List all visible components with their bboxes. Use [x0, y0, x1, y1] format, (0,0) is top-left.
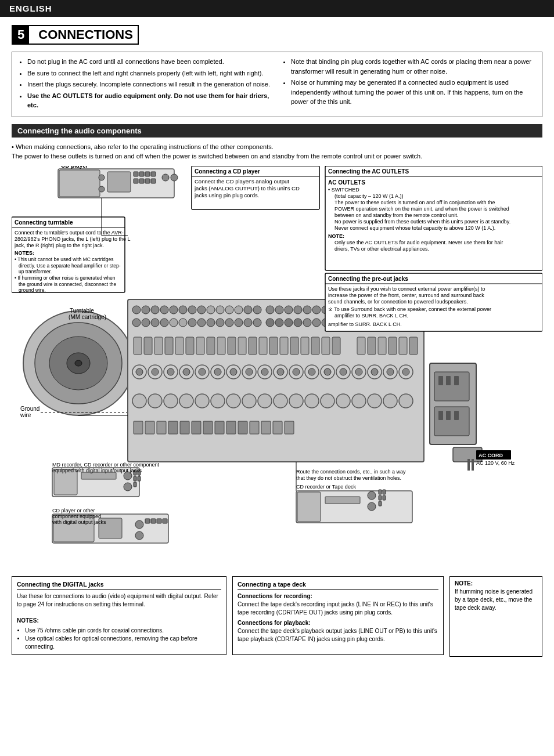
- svg-rect-112: [186, 337, 194, 355]
- svg-text:CD player or other: CD player or other: [52, 508, 95, 513]
- svg-point-264: [368, 502, 376, 511]
- svg-point-180: [305, 394, 319, 408]
- svg-point-186: [399, 394, 413, 408]
- section-label: CONNECTIONS: [34, 26, 138, 44]
- svg-point-90: [253, 319, 261, 327]
- svg-point-183: [352, 394, 366, 408]
- svg-rect-115: [217, 337, 225, 355]
- svg-point-50: [170, 306, 178, 314]
- svg-rect-195: [226, 421, 236, 434]
- svg-rect-196: [238, 421, 247, 434]
- svg-point-62: [285, 306, 293, 314]
- svg-point-96: [312, 319, 321, 327]
- audio-components-header: Connecting the audio components: [12, 124, 542, 138]
- svg-point-86: [216, 319, 224, 327]
- svg-point-160: [340, 368, 347, 375]
- svg-point-92: [275, 319, 283, 327]
- svg-text:between on and standby from th: between on and standby from the remote c…: [334, 212, 458, 218]
- svg-rect-255: [157, 519, 161, 523]
- svg-text:wire: wire: [20, 412, 31, 418]
- humming-note: NOTE: If humming noise is generated by a…: [449, 576, 542, 657]
- svg-point-142: [199, 368, 206, 375]
- svg-point-148: [246, 368, 253, 375]
- svg-point-53: [197, 306, 206, 314]
- svg-rect-267: [379, 495, 382, 500]
- svg-rect-200: [285, 421, 294, 434]
- svg-point-13: [162, 174, 169, 181]
- svg-point-56: [225, 306, 233, 314]
- svg-text:Use these jacks if you wish to: Use these jacks if you wish to connect e…: [328, 286, 485, 292]
- audio-components-title: Connecting the audio components: [17, 126, 142, 135]
- svg-point-87: [225, 319, 233, 327]
- digital-jacks-box: Connecting the DIGITAL jacks Use these f…: [12, 576, 226, 656]
- svg-point-185: [383, 394, 397, 408]
- svg-point-57: [235, 306, 243, 314]
- svg-text:amplifier to SURR. BACK L CH.: amplifier to SURR. BACK L CH.: [334, 313, 408, 319]
- svg-rect-189: [157, 421, 166, 434]
- intro-left-list: Do not plug in the AC cord until all con…: [19, 57, 271, 110]
- svg-rect-243: [134, 476, 136, 481]
- svg-point-82: [179, 319, 187, 327]
- svg-point-78: [142, 319, 150, 327]
- svg-text:• This unit cannot be used wit: • This unit cannot be used with MC cartr…: [15, 256, 114, 262]
- recording-title: Connections for recording:: [238, 592, 438, 601]
- intro-right-list: Note that binding pin plug cords togethe…: [283, 57, 535, 107]
- svg-rect-269: [379, 501, 382, 506]
- svg-point-144: [214, 368, 221, 375]
- svg-point-83: [188, 319, 196, 327]
- svg-rect-113: [196, 337, 204, 355]
- svg-rect-254: [151, 519, 156, 523]
- svg-point-146: [230, 368, 237, 375]
- svg-rect-131: [399, 337, 407, 355]
- svg-text:Connect the turntable's output: Connect the turntable's output cord to t…: [15, 230, 124, 236]
- svg-point-64: [303, 306, 311, 314]
- svg-rect-124: [311, 337, 319, 355]
- svg-rect-116: [228, 337, 236, 355]
- svg-point-65: [312, 306, 321, 314]
- svg-text:Turntable: Turntable: [70, 308, 94, 314]
- svg-rect-198: [261, 421, 271, 434]
- svg-text:increase the power of the fron: increase the power of the front, center,…: [328, 292, 484, 298]
- svg-rect-110: [165, 337, 173, 355]
- svg-rect-117: [238, 337, 246, 355]
- svg-text:Connect the CD player's analog: Connect the CD player's analog output: [195, 178, 289, 185]
- svg-point-91: [266, 319, 274, 327]
- svg-point-158: [324, 368, 331, 375]
- svg-point-140: [183, 368, 190, 375]
- svg-point-252: [135, 531, 143, 540]
- digital-note-1: Use 75 /ohms cable pin cords for coaxial…: [25, 627, 221, 635]
- svg-rect-132: [409, 337, 418, 355]
- svg-point-39: [75, 360, 82, 366]
- svg-text:NOTES:: NOTES:: [15, 250, 34, 256]
- svg-point-138: [167, 368, 174, 375]
- svg-point-88: [235, 319, 243, 327]
- svg-point-240: [124, 483, 132, 491]
- svg-rect-208: [446, 411, 451, 420]
- svg-text:Route the connection cords, et: Route the connection cords, etc., in suc…: [296, 469, 406, 475]
- svg-point-81: [170, 319, 178, 327]
- svg-text:Only use the AC OUTLETS for au: Only use the AC OUTLETS for audio equipm…: [334, 240, 503, 245]
- svg-rect-108: [144, 337, 152, 355]
- svg-point-177: [258, 394, 272, 408]
- intro-bullet-5: Note that binding pin plug cords togethe…: [291, 57, 535, 76]
- svg-rect-256: [163, 519, 167, 523]
- svg-rect-122: [290, 337, 298, 355]
- svg-text:Connecting the AC OUTLETS: Connecting the AC OUTLETS: [328, 168, 409, 175]
- svg-rect-5: [134, 172, 138, 176]
- svg-rect-191: [180, 421, 189, 434]
- svg-rect-123: [301, 337, 309, 355]
- svg-rect-129: [378, 337, 386, 355]
- svg-text:2802/982's PHONO jacks, the L : 2802/982's PHONO jacks, the L (left) plu…: [15, 236, 131, 242]
- svg-point-84: [197, 319, 206, 327]
- svg-point-46: [132, 306, 141, 314]
- svg-point-171: [164, 394, 178, 408]
- svg-rect-193: [203, 421, 213, 434]
- svg-rect-1: [59, 170, 100, 197]
- svg-rect-119: [259, 337, 267, 355]
- svg-point-173: [195, 394, 209, 408]
- intro-box: Do not plug in the AC cord until all con…: [12, 52, 542, 117]
- svg-point-182: [336, 394, 350, 408]
- svg-rect-121: [280, 337, 288, 355]
- svg-point-178: [274, 394, 287, 408]
- svg-rect-266: [383, 490, 386, 494]
